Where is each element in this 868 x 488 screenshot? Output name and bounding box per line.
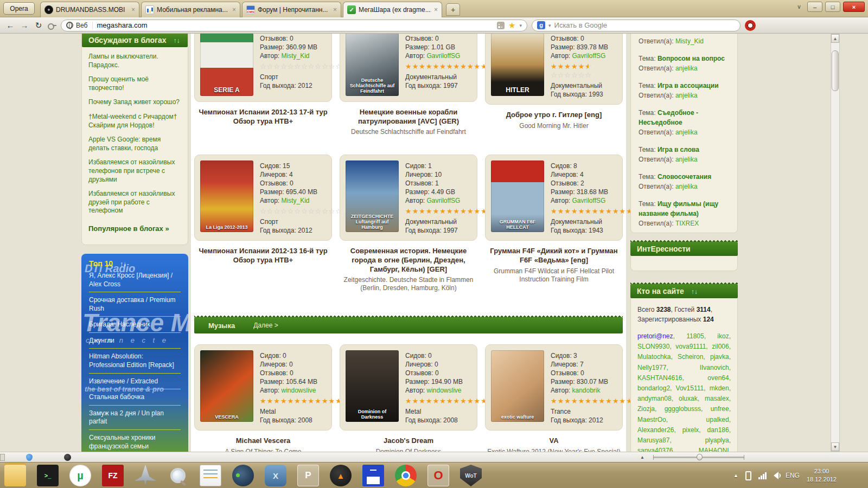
torrent-card-box[interactable]: La Liga 2012-2013Сидов: 15Личеров: 4Отзы…: [194, 155, 332, 241]
online-user-link[interactable]: gggglobusss: [665, 405, 701, 413]
save-utility-icon[interactable]: [362, 465, 384, 486]
forum-topic-link[interactable]: Словосочетания: [658, 173, 711, 181]
author-link[interactable]: Misty_Kid: [282, 197, 310, 204]
torrent-title[interactable]: Грумман F4F «Дикий кот» и Грумман F6F «В…: [485, 247, 623, 265]
online-user-link[interactable]: SLON9930: [637, 343, 669, 350]
torrent-card-box[interactable]: HITLERОтзывов: 0Размер: 839.78 MBАвтор: …: [485, 34, 623, 105]
top10-link[interactable]: Срочная доставка / Premium Rush: [89, 292, 181, 317]
filezilla-icon[interactable]: FZ: [102, 465, 124, 486]
forum-user-link[interactable]: anjelika: [675, 129, 698, 136]
search-tool-icon[interactable]: [167, 465, 189, 486]
cover-image[interactable]: exotic wafture: [491, 350, 544, 422]
online-user-link[interactable]: pretori@nez: [637, 332, 673, 340]
online-user-link[interactable]: plyaplya: [705, 436, 729, 444]
forum-user-link[interactable]: anjelika: [675, 156, 698, 163]
blog-link[interactable]: Почему Запад живет хорошо?: [88, 98, 181, 107]
top10-link[interactable]: Джунгли: [89, 333, 181, 349]
aimp-player-icon[interactable]: ▲: [330, 465, 352, 486]
world-of-tanks-icon[interactable]: WoT: [460, 465, 482, 486]
online-user-link[interactable]: Vov15111: [676, 384, 704, 392]
scroll-up-icon[interactable]: ▲: [831, 34, 839, 43]
torrent-card-box[interactable]: GRUMMAN F6F HELLCATСидов: 8Личеров: 4Отз…: [485, 155, 623, 241]
new-tab-button[interactable]: +: [446, 3, 460, 16]
torrent-card-box[interactable]: SERIE AОтзывов: 0Размер: 360.99 MBАвтор:…: [194, 34, 332, 102]
online-user-link[interactable]: mkden: [710, 384, 729, 392]
cover-image[interactable]: ZEITGESCHICHTE Luftangriff auf Hamburg: [346, 160, 399, 232]
scrollbar-thumb[interactable]: [832, 50, 839, 91]
online-user-link[interactable]: Nelly1977: [637, 364, 666, 371]
forum-user-link[interactable]: Misty_Kid: [675, 37, 704, 45]
forum-topic-link[interactable]: Игра в ассоциации: [658, 82, 719, 89]
forum-user-link[interactable]: anjelika: [675, 65, 698, 72]
torrent-title[interactable]: Чемпионат Испании 2012-13 16-й тур Обзор…: [194, 247, 332, 265]
panel-toggle-icon[interactable]: [0, 454, 5, 461]
forward-button[interactable]: →: [20, 21, 29, 30]
tab-close-icon[interactable]: ×: [232, 6, 236, 14]
author-link[interactable]: GavriloffSG: [427, 197, 461, 204]
online-user-link[interactable]: sanya40376: [637, 447, 673, 452]
device-icon[interactable]: [745, 471, 751, 480]
torrent-title[interactable]: VA: [485, 436, 623, 446]
blog-link[interactable]: Лампы и выключатели. Парадокс.: [88, 53, 181, 69]
cover-image[interactable]: SERIE A: [200, 34, 253, 96]
torrent-title[interactable]: Чемпионат Испании 2012-13 17-й тур Обзор…: [194, 108, 332, 126]
forum-user-link[interactable]: anjelika: [675, 183, 698, 190]
back-button[interactable]: ←: [5, 21, 15, 30]
top10-link[interactable]: Я, Алекс Кросс [Лицензия] / Alex Cross: [89, 268, 181, 292]
online-user-link[interactable]: oven64: [707, 374, 729, 382]
online-user-link[interactable]: unfree: [711, 405, 729, 413]
author-link[interactable]: Misty_Kid: [282, 52, 310, 60]
author-link[interactable]: GavriloffSG: [572, 197, 606, 204]
torrent-title[interactable]: Немецкие военные корабли патрулирования …: [340, 108, 477, 126]
torrent-card-box[interactable]: VESCERAСидов: 0Личеров: 0Отзывов: 0Разме…: [194, 344, 332, 431]
cover-image[interactable]: La Liga 2012-2013: [200, 160, 253, 232]
online-user-link[interactable]: Scheiron: [678, 353, 703, 361]
torrent-card-box[interactable]: Deutsche Schlachtschiffe auf FeindfahrtО…: [340, 34, 477, 102]
torrent-title[interactable]: Jacob's Dream: [340, 436, 477, 446]
browser-tab[interactable]: ✓МегаШара (ex dragme....×: [343, 2, 442, 17]
notes-app-icon[interactable]: [200, 465, 221, 486]
online-user-link[interactable]: MaestrOo: [637, 416, 666, 423]
zoom-menu-icon[interactable]: ▲: [640, 455, 644, 460]
author-link[interactable]: GavriloffSG: [427, 52, 461, 60]
browser-tab[interactable]: DRUMANDBASS.MOBI×: [40, 2, 139, 17]
top10-link[interactable]: Hitman Absolution: Professional Edition …: [89, 349, 181, 373]
sync-droplet-icon[interactable]: [26, 454, 33, 461]
online-user-link[interactable]: vova91111: [675, 343, 706, 350]
browser-tab[interactable]: Мобильная рекламна...×: [141, 2, 240, 17]
punto-switcher-icon[interactable]: P: [297, 465, 319, 486]
scroll-down-icon[interactable]: ▼: [831, 442, 839, 451]
utorrent-icon[interactable]: µ: [69, 465, 91, 486]
torrent-card-box[interactable]: Dominion of DarknessСидов: 0Личеров: 0От…: [340, 344, 477, 431]
online-user-link[interactable]: zil006: [712, 343, 729, 350]
reload-button[interactable]: ↻: [34, 21, 43, 30]
rss-icon[interactable]: [497, 22, 505, 29]
online-user-link[interactable]: pjavka: [710, 353, 729, 361]
site-badge[interactable]: Веб: [66, 22, 93, 29]
online-user-link[interactable]: Alexander26: [637, 426, 674, 434]
turbo-gauge-icon[interactable]: [64, 454, 71, 461]
online-user-link[interactable]: ikoz: [717, 332, 729, 340]
online-user-link[interactable]: Mulatochka: [637, 353, 671, 361]
tray-expand-icon[interactable]: ▲: [733, 473, 738, 478]
blog-link[interactable]: Apple VS Google: время делать ставки, го…: [88, 136, 181, 152]
torrent-card-box[interactable]: ZEITGESCHICHTE Luftangriff auf HamburgСи…: [340, 155, 477, 241]
online-user-link[interactable]: KASHTAN4616: [637, 374, 682, 382]
author-link[interactable]: kandobrik: [572, 387, 601, 394]
cover-image[interactable]: Deutsche Schlachtschiffe auf Feindfahrt: [346, 34, 399, 96]
author-link[interactable]: GavriloffSG: [572, 52, 606, 60]
top10-link[interactable]: Бригада: Наследник: [89, 317, 181, 333]
cover-image[interactable]: VESCERA: [200, 350, 253, 422]
cover-image[interactable]: HITLER: [491, 34, 544, 96]
file-explorer-icon[interactable]: [4, 465, 26, 486]
bookmark-star-icon[interactable]: ★: [508, 21, 515, 30]
key-icon[interactable]: [48, 23, 56, 28]
forum-user-link[interactable]: TIXREX: [675, 220, 699, 227]
browser-tab[interactable]: CMSФорум | Непрочитанн...×: [242, 2, 341, 17]
online-user-link[interactable]: pixelx: [682, 426, 699, 434]
page-scrollbar[interactable]: ▲ ▼: [831, 34, 840, 452]
online-user-link[interactable]: MAHAONI: [699, 447, 729, 452]
top10-link[interactable]: Извлечение / Extracted: [89, 374, 181, 390]
network-signal-icon[interactable]: [758, 472, 767, 479]
torrent-title[interactable]: Доброе утро г. Гитлер [eng]: [485, 111, 623, 120]
